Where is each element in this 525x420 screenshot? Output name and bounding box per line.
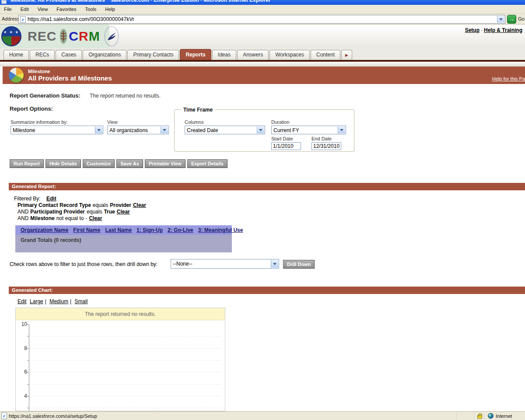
menu-view[interactable]: View	[33, 5, 52, 14]
drill-down-label: Check rows above to filter to just those…	[10, 261, 158, 267]
window-icon	[1, 0, 7, 4]
tab-ideas[interactable]: Ideas	[212, 50, 236, 60]
run-report-button[interactable]: Run Report	[10, 159, 44, 168]
filter-operator: equals	[93, 202, 108, 208]
y-axis-label-4: 4	[16, 393, 27, 399]
chevron-down-icon[interactable]	[257, 126, 264, 133]
report-generation-status-value: The report returned no results.	[90, 93, 161, 99]
chart-medium-link[interactable]: Medium	[49, 298, 68, 304]
export-details-button[interactable]: Export Details	[187, 159, 228, 168]
customize-button[interactable]: Customize	[83, 159, 115, 168]
filter-value: -	[85, 215, 87, 221]
edit-filters-link[interactable]: Edit	[46, 196, 56, 202]
y-tick	[27, 348, 29, 349]
chart-y-axis	[29, 324, 29, 412]
drill-down-button[interactable]: Drill Down	[283, 260, 315, 269]
columns-select[interactable]: Created Date	[185, 126, 265, 134]
tab-overflow-arrow-icon[interactable]: ▶	[341, 50, 352, 60]
filter-operator: equals	[87, 209, 102, 215]
tab-home[interactable]: Home	[4, 50, 29, 60]
tab-organizations[interactable]: Organizations	[83, 50, 126, 60]
ie-page-icon: e	[1, 413, 7, 419]
end-date-field[interactable]	[312, 142, 341, 150]
column-last-name[interactable]: Last Name	[105, 227, 132, 233]
page-header-kicker: Milestone	[28, 69, 50, 74]
y-tick	[27, 396, 29, 396]
menu-file[interactable]: File	[0, 5, 16, 14]
menu-favorites[interactable]: Favorites	[52, 5, 80, 14]
clear-filter-link[interactable]: Clear	[117, 209, 130, 215]
view-select[interactable]: All organizations	[107, 126, 169, 134]
printable-view-button[interactable]: Printable View	[145, 159, 186, 168]
chevron-down-icon[interactable]	[338, 126, 345, 133]
start-date-field[interactable]	[271, 142, 301, 150]
address-bar: Address e https://na1.salesforce.com/00O…	[0, 14, 525, 24]
menu-help[interactable]: Help	[101, 5, 119, 14]
globe-icon	[488, 413, 494, 419]
rec-crm-logo: ★ ★ ★ REC CRM	[0, 24, 109, 48]
y-tick	[27, 336, 29, 336]
y-axis-label-10: 10	[16, 321, 27, 327]
lock-icon	[477, 415, 482, 419]
generated-report-heading: Generated Report:	[9, 183, 525, 190]
summarize-select[interactable]: Milestone	[10, 126, 103, 134]
zone-pane: Internet	[485, 413, 525, 420]
help-for-page-link[interactable]: Help for this Pa	[492, 76, 525, 81]
filter-value: Provider	[110, 202, 131, 208]
chevron-down-icon[interactable]	[271, 260, 278, 268]
page-title: All Providers at Milestones	[28, 74, 112, 82]
separator: |	[45, 298, 46, 304]
chart-small-link[interactable]: Small	[74, 298, 88, 304]
clear-filter-link[interactable]: Clear	[133, 202, 146, 208]
setup-link[interactable]: Setup	[465, 27, 480, 33]
view-label: View	[107, 119, 118, 125]
help-training-link[interactable]: Help & Training	[484, 27, 522, 33]
clear-filter-link[interactable]: Clear	[89, 215, 102, 221]
tab-reports[interactable]: Reports	[180, 49, 211, 60]
header-gap	[0, 62, 525, 66]
duration-label: Duration	[271, 119, 290, 125]
tab-content[interactable]: Content	[311, 50, 340, 60]
chart-gridline	[30, 360, 223, 360]
chevron-down-icon[interactable]	[161, 126, 168, 133]
ie-page-icon: e	[20, 16, 26, 23]
menu-edit[interactable]: Edit	[16, 5, 33, 14]
column-go-live[interactable]: 2: Go-Live	[168, 227, 193, 233]
tab-answers[interactable]: Answers	[237, 50, 269, 60]
y-tick	[27, 372, 29, 372]
column-organization-name[interactable]: Organization Name	[21, 227, 68, 233]
column-sign-up[interactable]: 1: Sign-Up	[136, 227, 163, 233]
tab-workspaces[interactable]: Workspaces	[270, 50, 310, 60]
menu-tools[interactable]: Tools	[81, 5, 101, 14]
tab-primary-contacts[interactable]: Primary Contacts	[127, 50, 179, 60]
go-button[interactable]: →	[507, 15, 516, 24]
chart-large-link[interactable]: Large	[30, 298, 43, 304]
rec-seal-icon: ★ ★ ★	[1, 26, 21, 46]
filtered-by-label: Filtered By:	[14, 196, 41, 202]
go-label[interactable]: Go	[518, 16, 525, 21]
duration-select[interactable]: Current FY	[271, 126, 346, 134]
window-title: Milestone: All Providers at Milestones ~…	[10, 0, 271, 3]
y-tick	[27, 360, 29, 360]
y-tick	[27, 324, 29, 325]
report-pie-icon	[9, 68, 24, 83]
chart-size-links: Edit Large| Medium| Small	[18, 298, 89, 304]
crm-letter-c: C	[69, 29, 79, 43]
chevron-down-icon[interactable]	[95, 126, 102, 133]
address-dropdown-button[interactable]	[497, 16, 504, 23]
hhs-seal-icon	[105, 26, 119, 46]
tab-cases[interactable]: Cases	[56, 50, 82, 60]
chart-edit-link[interactable]: Edit	[18, 298, 27, 304]
chart-area: The report returned no results. 10 8 6 4	[15, 308, 225, 411]
logo-rec-text: REC	[28, 29, 56, 44]
column-meaningful-use[interactable]: 3: Meaningful Use	[198, 227, 243, 233]
separator: |	[70, 298, 71, 304]
address-input[interactable]: e https://na1.salesforce.com/00O30000004…	[18, 15, 505, 24]
chart-gridline	[30, 396, 223, 396]
save-as-button[interactable]: Save As	[116, 159, 143, 168]
hide-details-button[interactable]: Hide Details	[46, 159, 81, 168]
column-first-name[interactable]: First Name	[73, 227, 100, 233]
tab-recs[interactable]: RECs	[30, 50, 55, 60]
address-url: https://na1.salesforce.com/00O300000047k…	[28, 16, 134, 22]
drill-down-select[interactable]: --None--	[171, 259, 279, 269]
